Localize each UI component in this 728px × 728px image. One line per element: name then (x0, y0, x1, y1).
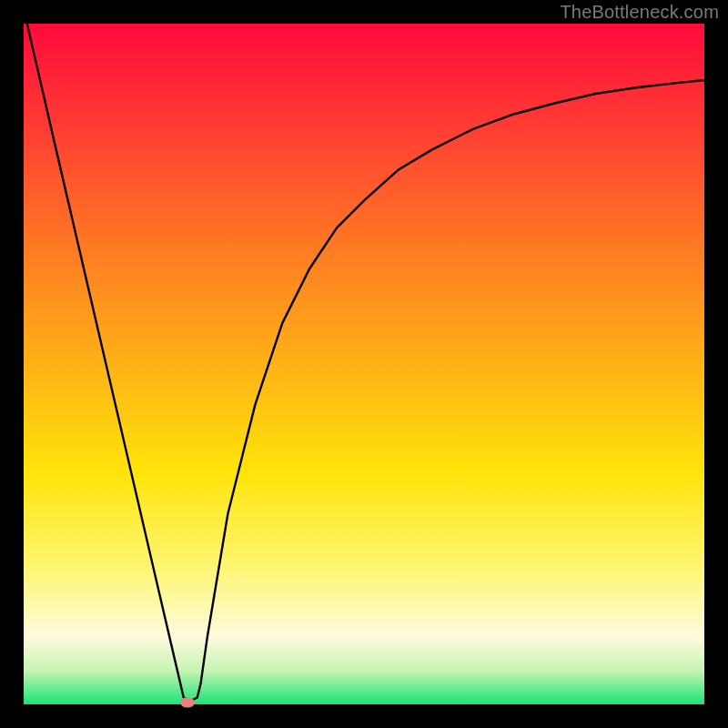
optimum-marker (180, 697, 194, 707)
chart-frame: TheBottleneck.com (0, 0, 728, 728)
watermark-text: TheBottleneck.com (560, 2, 719, 23)
bottleneck-curve (27, 24, 704, 701)
curve-layer (24, 24, 704, 704)
